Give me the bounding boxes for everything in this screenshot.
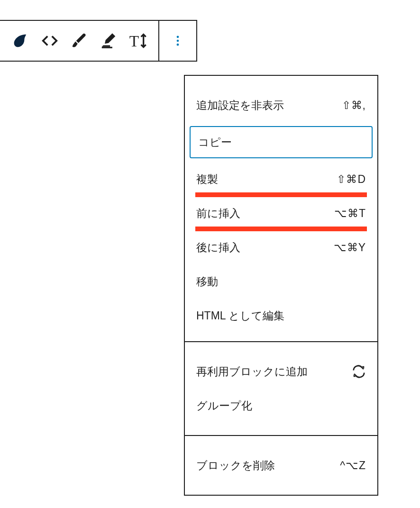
menu-item-add-reusable[interactable]: 再利用ブロックに追加 — [185, 354, 377, 389]
menu-item-shortcut: ^⌥Z — [340, 459, 366, 472]
code-icon[interactable] — [35, 21, 64, 61]
menu-item-label: 後に挿入 — [196, 240, 240, 255]
svg-rect-0 — [102, 47, 112, 48]
menu-item-label: 移動 — [196, 274, 218, 289]
menu-item-insert-before[interactable]: 前に挿入 ⌥⌘T — [185, 196, 377, 230]
block-options-menu: 追加設定を非表示 ⇧⌘, コピー 複製 ⇧⌘D 前に挿入 ⌥⌘T 後に挿入 ⌥⌘… — [184, 75, 378, 496]
svg-point-4 — [177, 44, 179, 46]
menu-section-3: ブロックを削除 ^⌥Z — [185, 436, 377, 495]
highlighter-icon[interactable] — [94, 21, 123, 61]
menu-item-shortcut: ⌥⌘Y — [334, 241, 366, 254]
menu-item-label: HTML として編集 — [196, 308, 284, 323]
menu-item-label: グループ化 — [196, 399, 252, 413]
svg-point-2 — [177, 36, 179, 38]
menu-item-copy[interactable]: コピー — [190, 126, 373, 158]
blob-icon[interactable] — [6, 21, 35, 61]
menu-item-shortcut: ⇧⌘D — [337, 173, 366, 186]
brush-icon[interactable] — [64, 21, 94, 61]
menu-item-label: ブロックを削除 — [196, 458, 275, 473]
menu-item-label: 追加設定を非表示 — [196, 98, 284, 113]
block-toolbar: T — [0, 20, 197, 62]
menu-item-duplicate[interactable]: 複製 ⇧⌘D — [185, 162, 377, 196]
menu-item-label: 複製 — [196, 172, 218, 187]
toolbar-main-group: T — [0, 21, 158, 61]
menu-item-hide-settings[interactable]: 追加設定を非表示 ⇧⌘, — [185, 88, 377, 122]
menu-section-2: 再利用ブロックに追加 グループ化 — [185, 342, 377, 436]
more-options-button[interactable] — [158, 21, 196, 61]
menu-item-edit-html[interactable]: HTML として編集 — [185, 299, 377, 333]
menu-item-move[interactable]: 移動 — [185, 264, 377, 299]
svg-text:T: T — [129, 32, 139, 50]
menu-item-insert-after[interactable]: 後に挿入 ⌥⌘Y — [185, 230, 377, 264]
reuse-icon — [352, 364, 366, 379]
menu-item-group[interactable]: グループ化 — [185, 389, 377, 423]
menu-item-shortcut: ⇧⌘, — [342, 99, 366, 112]
menu-item-delete-block[interactable]: ブロックを削除 ^⌥Z — [185, 448, 377, 482]
text-height-icon[interactable]: T — [123, 21, 153, 61]
menu-item-shortcut: ⌥⌘T — [334, 207, 366, 220]
svg-point-3 — [177, 40, 179, 42]
menu-item-label: 前に挿入 — [196, 206, 240, 221]
menu-section-1: 追加設定を非表示 ⇧⌘, コピー 複製 ⇧⌘D 前に挿入 ⌥⌘T 後に挿入 ⌥⌘… — [185, 76, 377, 342]
menu-item-label: コピー — [198, 135, 232, 150]
menu-item-label: 再利用ブロックに追加 — [196, 364, 308, 379]
